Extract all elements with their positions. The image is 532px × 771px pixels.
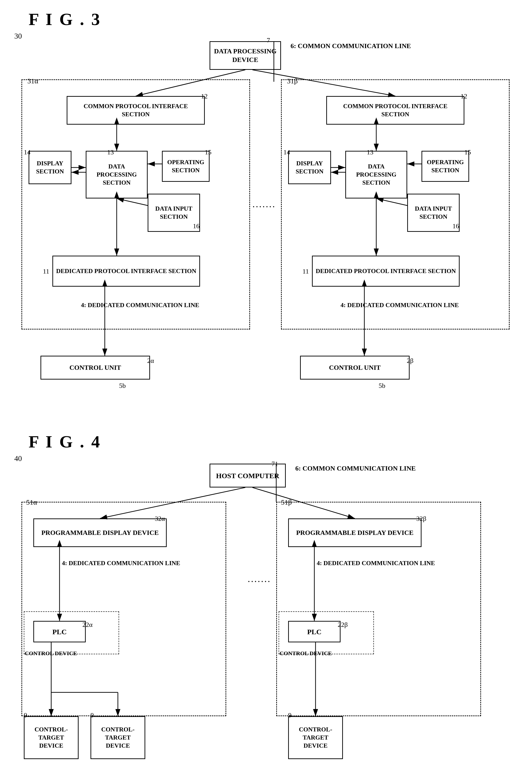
ref-9a1: 9 bbox=[24, 711, 27, 719]
ref-30: 30 bbox=[14, 32, 22, 40]
ref-5ba: 5b bbox=[119, 382, 126, 390]
dedicated-comm-label-b: 4: DEDICATED COMMUNICATION LINE bbox=[341, 301, 459, 309]
ref-51b: 51β bbox=[281, 498, 292, 506]
box-control-target-3: CONTROL- TARGET DEVICE bbox=[288, 716, 343, 759]
dashed-control-device-a bbox=[24, 611, 119, 654]
ref-40: 40 bbox=[14, 454, 22, 463]
ref-16a: 16 bbox=[193, 222, 200, 230]
ref-9a2: 9 bbox=[90, 711, 94, 719]
dedicated-comm-label-fig4-b: 4: DEDICATED COMMUNICATION LINE bbox=[317, 559, 435, 568]
ref-11a: 11 bbox=[43, 267, 49, 275]
ref-15b: 15 bbox=[464, 148, 471, 156]
ref-13a: 13 bbox=[107, 148, 114, 156]
box-control-target-1: CONTROL- TARGET DEVICE bbox=[24, 716, 79, 759]
box-operating-a: OPERATING SECTION bbox=[162, 151, 210, 182]
box-control-unit-a: CONTROL UNIT bbox=[40, 356, 150, 379]
fig4-title: F I G . 4 bbox=[29, 432, 518, 452]
box-control-target-2: CONTROL- TARGET DEVICE bbox=[90, 716, 145, 759]
box-dedicated-protocol-b: DEDICATED PROTOCOL INTERFACE SECTION bbox=[312, 256, 460, 286]
box-data-processing-b: DATA PROCESSING SECTION bbox=[345, 151, 407, 198]
box-display-a: DISPLAY SECTION bbox=[29, 151, 71, 184]
ref-71: 71 bbox=[271, 460, 278, 468]
fig3-title: F I G . 3 bbox=[29, 10, 518, 29]
ref-31b: 31β bbox=[287, 77, 298, 85]
ref-13b: 13 bbox=[367, 148, 373, 156]
ref-14b: 14 bbox=[283, 148, 290, 156]
common-comm-line-label: 6: COMMON COMMUNICATION LINE bbox=[291, 41, 411, 50]
ref-51a: 51α bbox=[26, 498, 37, 506]
box-data-processing-a: DATA PROCESSING SECTION bbox=[86, 151, 148, 198]
box-data-processing-device: DATA PROCESSING DEVICE bbox=[210, 41, 281, 70]
ref-32b: 32β bbox=[416, 515, 426, 523]
common-comm-label-fig4: 6: COMMON COMMUNICATION LINE bbox=[295, 464, 416, 473]
box-data-input-b: DATA INPUT SECTION bbox=[407, 194, 460, 232]
ref-15a: 15 bbox=[205, 148, 211, 156]
dots-fig4: ....... bbox=[248, 573, 271, 585]
box-prog-display-a: PROGRAMMABLE DISPLAY DEVICE bbox=[33, 519, 167, 547]
box-prog-display-b: PROGRAMMABLE DISPLAY DEVICE bbox=[288, 519, 422, 547]
ref-5bb: 5b bbox=[379, 382, 385, 390]
dots: ....... bbox=[252, 198, 276, 210]
box-data-input-a: DATA INPUT SECTION bbox=[148, 194, 200, 232]
box-common-protocol-a: COMMON PROTOCOL INTERFACE SECTION bbox=[67, 96, 205, 125]
dashed-control-device-b bbox=[279, 611, 374, 654]
ref-9b: 9 bbox=[288, 711, 291, 719]
box-control-unit-b: CONTROL UNIT bbox=[300, 356, 410, 379]
ref-2b: 2β bbox=[407, 357, 413, 364]
box-common-protocol-b: COMMON PROTOCOL INTERFACE SECTION bbox=[326, 96, 464, 125]
ref-14a: 14 bbox=[24, 148, 30, 156]
ref-16b: 16 bbox=[452, 222, 459, 230]
label-control-device-b: CONTROL DEVICE bbox=[280, 650, 332, 658]
ref-32a: 32α bbox=[155, 515, 165, 523]
ref-2a: 2α bbox=[147, 357, 154, 364]
ref-7: 7 bbox=[267, 36, 270, 44]
box-operating-b: OPERATING SECTION bbox=[422, 151, 469, 182]
box-display-b: DISPLAY SECTION bbox=[288, 151, 331, 184]
label-control-device-a: CONTROL DEVICE bbox=[25, 650, 77, 658]
ref-12a: 12 bbox=[201, 92, 208, 100]
dedicated-comm-label-a: 4: DEDICATED COMMUNICATION LINE bbox=[81, 301, 199, 309]
dedicated-comm-label-fig4-a: 4: DEDICATED COMMUNICATION LINE bbox=[62, 559, 180, 568]
ref-31a: 31α bbox=[27, 77, 38, 85]
box-dedicated-protocol-a: DEDICATED PROTOCOL INTERFACE SECTION bbox=[52, 256, 200, 286]
ref-11b: 11 bbox=[302, 267, 309, 275]
ref-12b: 12 bbox=[461, 92, 467, 100]
